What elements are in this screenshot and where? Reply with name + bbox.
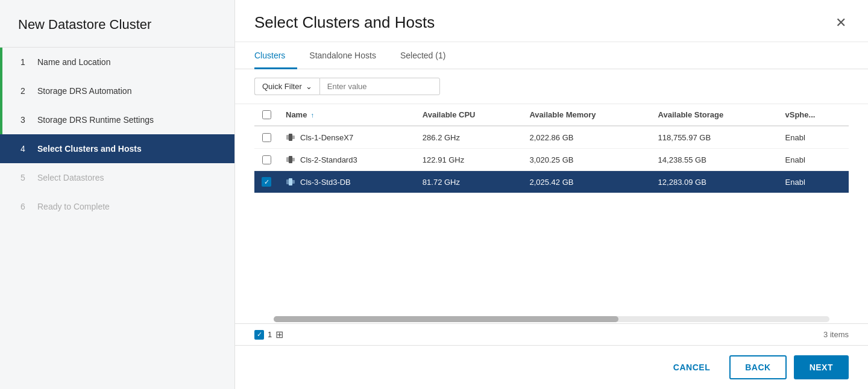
sidebar-step-5: 5 Select Datastores	[0, 163, 234, 192]
row-2-storage: 12,283.09 GB	[651, 171, 778, 193]
svg-rect-5	[292, 158, 295, 161]
step-num: 4	[20, 144, 31, 154]
table-row[interactable]: ✓ Cls-3-Std3-DB 81.72 GHz2,025.42 GB12,2…	[254, 171, 849, 193]
filter-input[interactable]	[319, 78, 440, 95]
selected-indicator: ✓	[254, 330, 264, 340]
main-content: Select Clusters and Hosts ✕ ClustersStan…	[235, 0, 868, 389]
row-1-vsphere: Enabl	[778, 149, 849, 171]
tab-clusters[interactable]: Clusters	[254, 42, 297, 69]
cancel-button[interactable]: CANCEL	[661, 356, 722, 378]
tab-standalone-hosts[interactable]: Standalone Hosts	[297, 42, 388, 69]
cluster-icon	[286, 132, 295, 142]
sidebar-step-4[interactable]: 4 Select Clusters and Hosts	[0, 134, 234, 163]
row-1-checkbox-cell	[254, 149, 278, 171]
item-count: 3 items	[823, 330, 849, 339]
filter-bar: Quick Filter ⌄	[235, 69, 868, 104]
row-1-memory: 3,020.25 GB	[522, 149, 650, 171]
sidebar-step-3[interactable]: 3 Storage DRS Runtime Settings	[0, 105, 234, 134]
col-name[interactable]: Name ↑	[278, 104, 415, 126]
dialog-title: Select Clusters and Hosts	[254, 13, 435, 32]
row-0-checkbox-cell	[254, 126, 278, 149]
row-1-name: Cls-2-Standard3	[278, 149, 415, 171]
row-1-storage: 14,238.55 GB	[651, 149, 778, 171]
step-label: Ready to Complete	[37, 202, 110, 211]
row-2-name: Cls-3-Std3-DB	[278, 171, 415, 193]
row-checkbox-checked[interactable]: ✓	[262, 177, 271, 187]
row-name-text: Cls-1-DenseX7	[300, 133, 353, 142]
scrollbar-area	[235, 313, 868, 323]
table-icon: ⊞	[275, 329, 283, 340]
cluster-icon	[286, 155, 295, 164]
tabs-bar: ClustersStandalone HostsSelected (1)	[235, 42, 868, 69]
dialog: New Datastore Cluster 1 Name and Locatio…	[0, 0, 868, 389]
row-0-memory: 2,022.86 GB	[522, 126, 650, 149]
select-all-checkbox[interactable]	[262, 110, 271, 119]
main-header: Select Clusters and Hosts ✕	[235, 0, 868, 42]
row-0-storage: 118,755.97 GB	[651, 126, 778, 149]
table-row[interactable]: Cls-2-Standard3 122.91 GHz3,020.25 GB14,…	[254, 149, 849, 171]
clusters-table: Name ↑ Available CPU Available Memory Av…	[254, 104, 849, 193]
step-num: 6	[20, 202, 31, 211]
tab-selected[interactable]: Selected (1)	[388, 42, 458, 69]
row-0-cpu: 286.2 GHz	[415, 126, 523, 149]
row-2-vsphere: Enabl	[778, 171, 849, 193]
row-checkbox[interactable]	[262, 155, 271, 164]
step-label: Storage DRS Automation	[37, 86, 131, 96]
table-header-row: Name ↑ Available CPU Available Memory Av…	[254, 104, 849, 126]
table-container: Name ↑ Available CPU Available Memory Av…	[235, 104, 868, 313]
row-name-text: Cls-3-Std3-DB	[300, 178, 351, 187]
step-num: 2	[20, 86, 31, 96]
step-label: Select Clusters and Hosts	[37, 144, 142, 154]
scroll-track[interactable]	[274, 316, 829, 322]
table-row[interactable]: Cls-1-DenseX7 286.2 GHz2,022.86 GB118,75…	[254, 126, 849, 149]
row-2-checkbox-cell: ✓	[254, 171, 278, 193]
quick-filter-label: Quick Filter	[262, 82, 302, 91]
cluster-icon	[286, 177, 295, 187]
row-2-memory: 2,025.42 GB	[522, 171, 650, 193]
quick-filter-button[interactable]: Quick Filter ⌄	[254, 78, 319, 95]
sidebar: New Datastore Cluster 1 Name and Locatio…	[0, 0, 235, 389]
row-0-vsphere: Enabl	[778, 126, 849, 149]
row-2-cpu: 81.72 GHz	[415, 171, 523, 193]
sidebar-steps: 1 Name and Location 2 Storage DRS Automa…	[0, 48, 234, 389]
col-cpu: Available CPU	[415, 104, 523, 126]
back-button[interactable]: BACK	[729, 355, 786, 379]
col-storage: Available Storage	[651, 104, 778, 126]
table-body: Cls-1-DenseX7 286.2 GHz2,022.86 GB118,75…	[254, 126, 849, 193]
step-label: Storage DRS Runtime Settings	[37, 115, 154, 125]
step-num: 3	[20, 115, 31, 125]
selected-count: 1	[268, 330, 272, 339]
sidebar-step-1[interactable]: 1 Name and Location	[0, 48, 234, 76]
row-0-name: Cls-1-DenseX7	[278, 126, 415, 149]
table-footer: ✓ 1 ⊞ 3 items	[235, 323, 868, 345]
row-1-cpu: 122.91 GHz	[415, 149, 523, 171]
col-checkbox	[254, 104, 278, 126]
col-memory: Available Memory	[522, 104, 650, 126]
col-vsphere: vSphe...	[778, 104, 849, 126]
chevron-down-icon: ⌄	[306, 82, 312, 91]
footer-selected: ✓ 1 ⊞	[254, 329, 283, 340]
step-num: 1	[20, 57, 31, 67]
svg-rect-2	[292, 135, 295, 139]
sidebar-step-2[interactable]: 2 Storage DRS Automation	[0, 76, 234, 105]
svg-rect-8	[292, 180, 295, 184]
next-button[interactable]: NEXT	[794, 355, 849, 379]
sort-icon: ↑	[310, 111, 314, 119]
action-bar: CANCEL BACK NEXT	[235, 345, 868, 389]
sidebar-title: New Datastore Cluster	[0, 0, 234, 48]
row-checkbox[interactable]	[262, 133, 271, 142]
step-num: 5	[20, 173, 31, 182]
step-label: Select Datastores	[37, 173, 104, 182]
scroll-thumb	[274, 316, 618, 322]
step-label: Name and Location	[37, 57, 110, 67]
close-button[interactable]: ✕	[833, 14, 849, 32]
row-name-text: Cls-2-Standard3	[300, 155, 357, 164]
sidebar-step-6: 6 Ready to Complete	[0, 192, 234, 221]
